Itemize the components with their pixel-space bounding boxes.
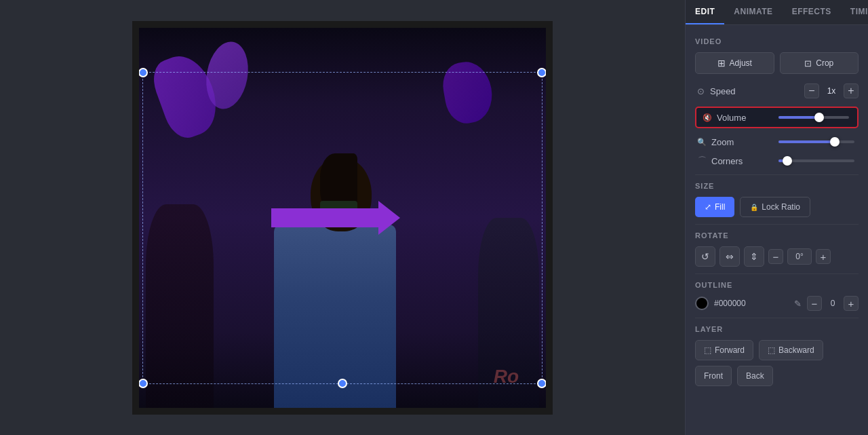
- adjust-button[interactable]: ⊞ Adjust: [695, 52, 774, 74]
- arrow-body: [271, 208, 380, 227]
- rotate-minus-button[interactable]: −: [768, 249, 783, 264]
- speed-icon: ⊙: [695, 86, 706, 96]
- backward-button[interactable]: ⬚ Backward: [759, 340, 823, 360]
- corners-label-container: ⌒ Corners: [696, 155, 773, 166]
- size-btn-row: ⤢ Fill 🔒 Lock Ratio: [695, 197, 859, 217]
- forward-button[interactable]: ⬚ Forward: [695, 340, 753, 360]
- person-left: [146, 204, 214, 408]
- volume-label: Volume: [717, 113, 746, 123]
- layer-section-label: LAYER: [695, 325, 859, 333]
- corners-slider[interactable]: [778, 159, 855, 162]
- video-section-label: VIDEO: [695, 37, 859, 45]
- layer-row: ⬚ Forward ⬚ Backward Front Back: [695, 340, 859, 386]
- rotate-value: 0°: [787, 248, 812, 265]
- video-btn-row: ⊞ Adjust ⊡ Crop: [695, 52, 859, 74]
- outline-row: #000000 ✎ − 0 +: [695, 296, 859, 311]
- crop-icon: ⊡: [804, 58, 812, 69]
- tab-animate[interactable]: ANIMATE: [724, 0, 782, 24]
- outline-plus-button[interactable]: +: [844, 296, 859, 311]
- speed-plus-button[interactable]: +: [844, 83, 859, 98]
- zoom-fill: [778, 140, 832, 143]
- outline-hex: #000000: [714, 299, 789, 308]
- speed-label: Speed: [710, 86, 736, 96]
- fill-button[interactable]: ⤢ Fill: [695, 197, 734, 217]
- corners-icon: ⌒: [696, 155, 707, 166]
- rotate-ccw-button[interactable]: ↺: [695, 246, 715, 267]
- corners-label: Corners: [711, 156, 743, 166]
- rotate-row: ↺ ⇔ ⇕ − 0° +: [695, 246, 859, 267]
- panel-tabs: EDIT ANIMATE EFFECTS TIMING: [686, 0, 868, 25]
- speed-label-container: ⊙ Speed: [695, 86, 804, 96]
- outline-minus-button[interactable]: −: [807, 296, 822, 311]
- canvas-area: Ro: [0, 0, 685, 435]
- rotate-section-label: ROTATE: [695, 231, 859, 240]
- volume-fill: [778, 116, 816, 119]
- speed-minus-button[interactable]: −: [804, 83, 819, 98]
- speed-row: ⊙ Speed − 1x +: [695, 83, 859, 98]
- person-body: [260, 150, 410, 408]
- divider-4: [695, 318, 859, 318]
- outline-color-picker[interactable]: [695, 297, 709, 310]
- lock-ratio-label: Lock Ratio: [762, 202, 800, 212]
- volume-icon: 🔇: [702, 112, 713, 123]
- forward-icon: ⬚: [704, 345, 711, 355]
- front-button[interactable]: Front: [695, 366, 732, 386]
- divider-1: [695, 174, 859, 175]
- person-shirt: [274, 225, 396, 408]
- backward-label: Backward: [778, 345, 814, 355]
- back-button[interactable]: Back: [737, 366, 773, 386]
- forward-label: Forward: [715, 345, 745, 355]
- flip-v-button[interactable]: ⇕: [744, 246, 764, 267]
- zoom-row: 🔍 Zoom: [695, 136, 859, 147]
- backward-icon: ⬚: [768, 345, 775, 355]
- adjust-label: Adjust: [730, 58, 752, 68]
- crop-label: Crop: [816, 58, 833, 68]
- front-label: Front: [704, 371, 723, 381]
- size-section-label: SIZE: [695, 182, 859, 190]
- fill-icon: ⤢: [705, 202, 711, 212]
- zoom-thumb[interactable]: [830, 137, 840, 147]
- back-label: Back: [746, 371, 764, 381]
- tab-edit[interactable]: EDIT: [686, 0, 724, 24]
- panel-content: VIDEO ⊞ Adjust ⊡ Crop ⊙ Speed − 1x +: [686, 25, 868, 396]
- crop-button[interactable]: ⊡ Crop: [780, 52, 859, 74]
- outline-count: 0: [827, 299, 838, 308]
- adjust-icon: ⊞: [717, 58, 726, 69]
- watermark-text: Ro: [494, 366, 519, 387]
- right-panel: EDIT ANIMATE EFFECTS TIMING VIDEO ⊞ Adju…: [685, 0, 868, 435]
- flip-h-button[interactable]: ⇔: [719, 246, 740, 267]
- corners-thumb[interactable]: [783, 156, 792, 166]
- zoom-label-container: 🔍 Zoom: [696, 136, 773, 147]
- lock-ratio-button[interactable]: 🔒 Lock Ratio: [740, 197, 810, 217]
- arrow: [271, 208, 380, 227]
- volume-label-container: 🔇 Volume: [702, 112, 773, 123]
- tab-effects[interactable]: EFFECTS: [783, 0, 841, 24]
- outline-section-label: OUTLINE: [695, 281, 859, 289]
- zoom-slider[interactable]: [778, 140, 855, 143]
- pen-icon[interactable]: ✎: [794, 299, 802, 309]
- tab-timing[interactable]: TIMING: [841, 0, 868, 24]
- arrow-container: [271, 208, 380, 227]
- zoom-icon: 🔍: [696, 136, 707, 147]
- volume-thumb[interactable]: [814, 113, 824, 122]
- lock-icon: 🔒: [750, 204, 758, 211]
- rotate-plus-button[interactable]: +: [816, 249, 831, 264]
- fill-label: Fill: [715, 202, 725, 212]
- zoom-label: Zoom: [711, 137, 734, 147]
- speed-value: 1x: [825, 86, 838, 96]
- corners-row: ⌒ Corners: [695, 155, 859, 166]
- divider-2: [695, 224, 859, 225]
- speed-controls: − 1x +: [804, 83, 859, 98]
- divider-3: [695, 273, 859, 274]
- volume-row: 🔇 Volume: [695, 107, 859, 128]
- volume-slider[interactable]: [778, 116, 850, 119]
